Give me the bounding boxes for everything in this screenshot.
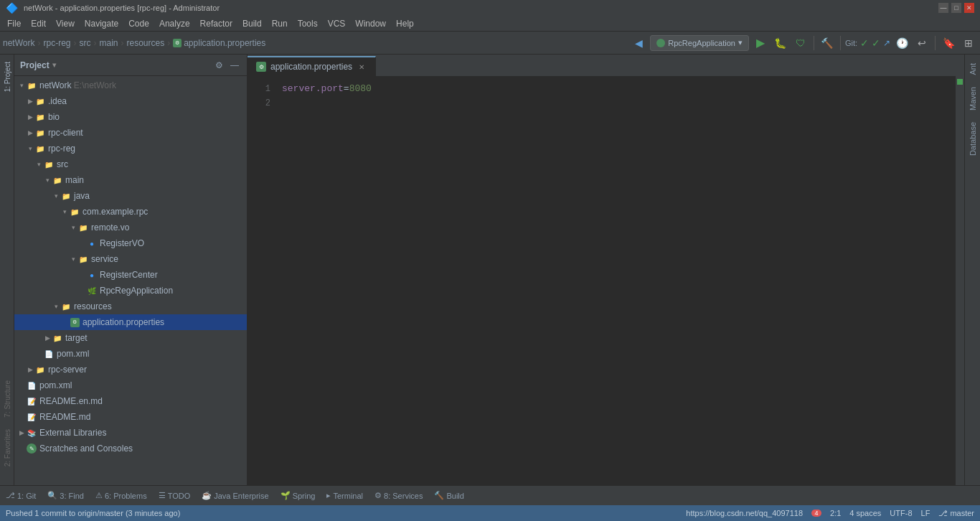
database-sidebar-icon[interactable]: Database <box>967 116 979 161</box>
title-bar-controls[interactable]: — □ ✕ <box>938 3 974 13</box>
run-config-selector[interactable]: RpcRegApplication ▾ <box>650 35 749 51</box>
tree-label: src <box>57 159 68 169</box>
tree-item-ext-libs[interactable]: ▶ 📚 External Libraries <box>14 425 247 441</box>
project-side-icon[interactable]: 1: Project <box>1 57 14 96</box>
left-side-icons: 1: Project 7: Structure 2: Favorites <box>0 55 14 485</box>
build-button[interactable]: 🔨 <box>819 34 836 52</box>
menu-item-file[interactable]: File <box>3 17 25 30</box>
git-panel-button[interactable]: ⎇ 1: Git <box>6 491 36 500</box>
tree-item-register-center[interactable]: ▶ ● RegisterCenter <box>14 267 247 283</box>
git-push-icon: ↗ <box>883 38 890 48</box>
todo-icon: ☰ <box>159 491 166 500</box>
favorites-side-icon[interactable]: 2: Favorites <box>1 425 14 471</box>
services-panel-button[interactable]: ⚙ 8: Services <box>374 491 423 500</box>
tree-item-resources[interactable]: ▾ 📁 resources <box>14 299 247 314</box>
maximize-button[interactable]: □ <box>951 3 961 13</box>
spring-panel-button[interactable]: 🌱 Spring <box>281 491 316 500</box>
menu-item-build[interactable]: Build <box>238 17 266 30</box>
menu-item-run[interactable]: Run <box>268 17 292 30</box>
terminal-panel-button[interactable]: ▸ Terminal <box>326 491 363 500</box>
find-panel-button[interactable]: 🔍 3: Find <box>47 491 84 500</box>
tree-item-java[interactable]: ▾ 📁 java <box>14 188 247 204</box>
panel-settings-btn[interactable]: ⚙ <box>213 60 225 71</box>
tree-item-rpc-server[interactable]: ▶ 📁 rpc-server <box>14 362 247 377</box>
tree-item-idea[interactable]: ▶ 📁 .idea <box>14 93 247 109</box>
menu-item-navigate[interactable]: Navigate <box>80 17 123 30</box>
todo-panel-button[interactable]: ☰ TODO <box>159 491 191 500</box>
panel-minimize-btn[interactable]: — <box>228 60 241 71</box>
menu-item-code[interactable]: Code <box>124 17 154 30</box>
tree-item-pom-rpc-reg[interactable]: ▶ 📄 pom.xml <box>14 346 247 362</box>
tree-label: rpc-client <box>48 128 83 138</box>
tree-item-bio[interactable]: ▶ 📁 bio <box>14 109 247 125</box>
menu-item-window[interactable]: Window <box>351 17 390 30</box>
status-branch[interactable]: ⎇ master <box>938 509 974 518</box>
status-url[interactable]: https://blog.csdn.net/qq_4097118 <box>686 509 803 517</box>
code-content[interactable]: server.port=8080 <box>276 76 956 485</box>
menu-item-help[interactable]: Help <box>392 17 418 30</box>
breadcrumb-main[interactable]: main <box>99 38 118 48</box>
structure-side-icon[interactable]: 7: Structure <box>1 376 14 422</box>
tree-item-register-vo[interactable]: ▶ ● RegisterVO <box>14 235 247 251</box>
tree-item-src[interactable]: ▾ 📁 src <box>14 156 247 172</box>
status-bar: Pushed 1 commit to origin/master (3 minu… <box>0 505 980 521</box>
tree-item-target[interactable]: ▶ 📁 target <box>14 330 247 346</box>
tab-close-button[interactable]: ✕ <box>357 62 367 72</box>
status-bar-left: Pushed 1 commit to origin/master (3 minu… <box>6 509 180 517</box>
tree-item-root-pom[interactable]: ▶ 📄 pom.xml <box>14 377 247 393</box>
history-button[interactable]: 🕐 <box>893 34 910 52</box>
menu-item-edit[interactable]: Edit <box>27 17 50 30</box>
breadcrumb-netWork[interactable]: netWork <box>3 38 34 48</box>
menu-item-view[interactable]: View <box>52 17 79 30</box>
code-equals: = <box>344 83 349 94</box>
java-enterprise-button[interactable]: ☕ Java Enterprise <box>202 491 268 500</box>
tree-item-remote-vo[interactable]: ▾ 📁 remote.vo <box>14 220 247 235</box>
menu-item-refactor[interactable]: Refactor <box>196 17 237 30</box>
tree-item-com-example-rpc[interactable]: ▾ 📁 com.example.rpc <box>14 204 247 220</box>
maven-sidebar-icon[interactable]: Maven <box>967 81 979 116</box>
spring-label: Spring <box>293 492 316 500</box>
git-label: Git: <box>845 39 857 47</box>
bookmark-button[interactable]: 🔖 <box>940 34 957 52</box>
tree-root-network[interactable]: ▾ 📁 netWork E:\netWork <box>14 78 247 93</box>
breadcrumb-rpc-reg[interactable]: rpc-reg <box>43 38 70 48</box>
tree-item-service[interactable]: ▾ 📁 service <box>14 251 247 267</box>
status-encoding[interactable]: UTF-8 <box>890 509 912 517</box>
rollback-button[interactable]: ↩ <box>913 34 930 52</box>
menu-item-vcs[interactable]: VCS <box>324 17 350 30</box>
layout-button[interactable]: ⊞ <box>960 34 977 52</box>
notification-badge[interactable]: 4 <box>811 510 821 517</box>
tree-item-app-properties[interactable]: ▶ ⚙ application.properties <box>14 314 247 330</box>
panel-dropdown-icon[interactable]: ▾ <box>52 61 56 69</box>
tree-item-main[interactable]: ▾ 📁 main <box>14 172 247 188</box>
coverage-button[interactable]: 🛡 <box>792 34 809 52</box>
tree-item-rpc-reg-app[interactable]: ▶ 🌿 RpcRegApplication <box>14 283 247 299</box>
close-button[interactable]: ✕ <box>964 3 974 13</box>
breadcrumb-file[interactable]: ⚙ application.properties <box>173 38 265 48</box>
tree-label: main <box>65 175 84 185</box>
tree-label: application.properties <box>83 317 164 327</box>
debug-button[interactable]: 🐛 <box>772 34 789 52</box>
status-position[interactable]: 2:1 <box>830 509 841 517</box>
minimize-button[interactable]: — <box>938 3 948 13</box>
ant-sidebar-icon[interactable]: Ant <box>967 57 979 81</box>
problems-panel-button[interactable]: ⚠ 6: Problems <box>95 491 147 500</box>
tree-label: RegisterVO <box>100 238 144 248</box>
menu-item-analyze[interactable]: Analyze <box>155 17 194 30</box>
tree-item-rpc-reg[interactable]: ▾ 📁 rpc-reg <box>14 141 247 156</box>
status-line-sep[interactable]: LF <box>921 509 930 517</box>
status-spaces[interactable]: 4 spaces <box>849 509 881 517</box>
tree-label: netWork E:\netWork <box>39 80 116 90</box>
tree-item-readme-en[interactable]: ▶ 📝 README.en.md <box>14 393 247 409</box>
tree-item-rpc-client[interactable]: ▶ 📁 rpc-client <box>14 125 247 141</box>
breadcrumb: netWork › rpc-reg › src › main › resourc… <box>3 38 265 48</box>
tree-item-scratches[interactable]: ▶ ✎ Scratches and Consoles <box>14 441 247 456</box>
run-button[interactable]: ▶ <box>752 34 769 52</box>
breadcrumb-resources[interactable]: resources <box>127 38 165 48</box>
editor-tab-app-properties[interactable]: ⚙ application.properties ✕ <box>248 56 376 76</box>
breadcrumb-src[interactable]: src <box>79 38 90 48</box>
build-panel-button[interactable]: 🔨 Build <box>434 491 463 500</box>
back-button[interactable]: ◀ <box>630 34 647 52</box>
tree-item-readme[interactable]: ▶ 📝 README.md <box>14 409 247 425</box>
menu-item-tools[interactable]: Tools <box>293 17 322 30</box>
